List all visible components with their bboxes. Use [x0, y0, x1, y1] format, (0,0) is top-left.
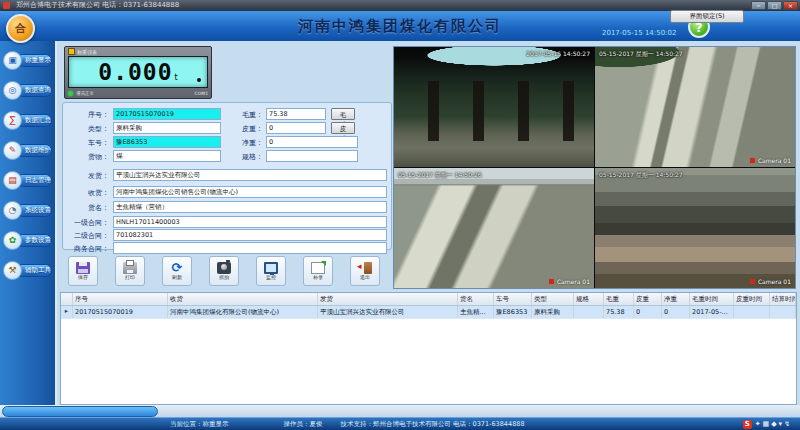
camera-view-4[interactable]: 05-15-2017 星期一 14:50:27 Camera 01 [595, 168, 795, 288]
snapshot-button[interactable]: 抓拍 [209, 256, 239, 286]
contract1-label: 一级合同： [65, 218, 109, 228]
sidebar-item-tools[interactable]: 辅助工具 [3, 260, 52, 281]
exit-door-icon [364, 262, 372, 274]
interface-lock-button[interactable]: 界面锁定(S) [670, 10, 744, 23]
sidebar-item-system-settings[interactable]: 系统设置 [3, 200, 52, 221]
col-settle-time[interactable]: 结算时间 [770, 293, 796, 305]
contract2-label: 二级合同： [65, 231, 109, 241]
spec-input[interactable] [266, 150, 358, 162]
gross-button[interactable]: 毛重 [331, 108, 355, 120]
app-icon [3, 2, 10, 9]
col-net[interactable]: 净重 [662, 293, 690, 305]
table-row[interactable]: ▸ 20170515070019 河南中鸿集团煤化有限公司(物流中心) 平顶山宝… [61, 306, 796, 319]
camera-timestamp: 2017-05-15 14:50:27 [526, 50, 590, 57]
calendar-icon [3, 171, 22, 190]
col-serial[interactable]: 序号 [73, 293, 168, 305]
clock-icon [3, 201, 22, 220]
indicator-status: 通讯正常 [76, 91, 94, 96]
spec-label: 规格： [219, 152, 263, 162]
goods-input[interactable] [113, 150, 221, 162]
minimize-button[interactable]: ─ [751, 1, 766, 10]
ime-icon[interactable]: S [743, 420, 752, 429]
net-input[interactable] [266, 136, 358, 148]
document-icon [311, 262, 325, 274]
tare-button[interactable]: 皮重 [331, 122, 355, 134]
col-tare-time[interactable]: 皮重时间 [734, 293, 770, 305]
shipper-label: 发货： [65, 171, 109, 181]
camera-view-2[interactable]: 05-15-2017 星期一 14:50:27 Camera 01 [595, 47, 795, 167]
camera-timestamp: 05-15-2017 星期一 14:50:27 [599, 50, 683, 59]
status-led-green [68, 91, 73, 96]
col-gross-time[interactable]: 毛重时间 [690, 293, 734, 305]
refresh-button[interactable]: 刷新 [162, 256, 192, 286]
gross-input[interactable] [266, 108, 326, 120]
save-button[interactable]: 保存 [68, 256, 98, 286]
col-spec[interactable]: 规格 [574, 293, 604, 305]
col-gross[interactable]: 毛重 [604, 293, 634, 305]
weight-value: 0.000 [98, 61, 172, 84]
indicator-port: COM1 [195, 91, 208, 96]
sidebar-item-data-query[interactable]: 数据查询 [3, 80, 52, 101]
col-truck[interactable]: 车号 [494, 293, 532, 305]
search-icon [3, 81, 22, 100]
table-header: 序号 收货 发货 货名 车号 类型 规格 毛重 皮重 净重 毛重时间 皮重时间 … [61, 293, 796, 306]
decimal-indicator [197, 78, 201, 82]
row-selector-header [61, 293, 73, 305]
camera-view-3[interactable]: 05-15-2017 星期一 14:50:26 Camera 01 [394, 168, 594, 288]
contract2-input[interactable] [113, 229, 387, 241]
weigh-form: 序号： 毛重： 毛重 类型： 皮重： 皮重 车号： 净重： 货物： 规格： 发货… [62, 102, 392, 250]
goods-label: 货物： [65, 152, 109, 162]
screen-icon [264, 262, 278, 274]
camera-icon [217, 262, 231, 274]
sidebar-item-weigh-display[interactable]: 称重显示 [3, 50, 52, 71]
status-bar: 当前位置：称重显示 操作员：夏俊 技术支持：郑州合博电子技术有限公司 电话：03… [0, 417, 800, 430]
print-button[interactable]: 打印 [115, 256, 145, 286]
app-logo-icon: 合 [6, 14, 35, 43]
weight-indicator: 称重仪表 0.000 t 通讯正常 COM1 [64, 46, 212, 99]
status-support: 技术支持：郑州合博电子技术有限公司 电话：0371-63844888 [341, 420, 525, 429]
supplement-button[interactable]: 补录 [303, 256, 333, 286]
sidebar-item-data-summary[interactable]: 数据汇总 [3, 110, 52, 131]
col-type[interactable]: 类型 [532, 293, 574, 305]
indicator-icon [68, 48, 75, 55]
status-operator: 操作员：夏俊 [284, 420, 323, 429]
truck-input[interactable] [113, 136, 221, 148]
maximize-button[interactable]: □ [767, 1, 782, 10]
sidebar-item-data-maintain[interactable]: 数据维护 [3, 140, 52, 161]
serial-label: 序号： [65, 110, 109, 120]
exit-button[interactable]: 退出 [350, 256, 380, 286]
close-button[interactable]: × [783, 1, 798, 10]
row-selector: ▸ [61, 306, 73, 318]
camera-label: Camera 01 [750, 278, 791, 285]
cargo-label: 货名： [65, 203, 109, 213]
toolbar: 保存 打印 刷新 抓拍 监控 补录 退出 [62, 253, 392, 289]
header-datetime: 2017-05-15 14:50:02 [602, 29, 692, 37]
tray-icons[interactable]: ✦▦◆▾↯ [755, 420, 792, 428]
sidebar-item-log-manage[interactable]: 日志管理 [3, 170, 52, 191]
indicator-title: 称重仪表 [77, 49, 97, 55]
col-tare[interactable]: 皮重 [634, 293, 662, 305]
type-input[interactable] [113, 122, 221, 134]
serial-input[interactable] [113, 108, 221, 120]
summary-icon [3, 111, 22, 130]
records-table: 序号 收货 发货 货名 车号 类型 规格 毛重 皮重 净重 毛重时间 皮重时间 … [60, 292, 797, 405]
col-cargo[interactable]: 货名 [458, 293, 494, 305]
cargo-input[interactable] [113, 201, 387, 213]
contract1-input[interactable] [113, 216, 387, 228]
shipper-input[interactable] [113, 169, 387, 181]
col-shipper[interactable]: 发货 [318, 293, 458, 305]
camera-timestamp: 05-15-2017 星期一 14:50:27 [599, 171, 683, 180]
monitor-button[interactable]: 监控 [256, 256, 286, 286]
sidebar-item-param-settings[interactable]: 参数设置 [3, 230, 52, 251]
gear-icon [3, 231, 22, 250]
printer-icon [123, 262, 137, 274]
floppy-icon [76, 262, 90, 274]
truck-label: 车号： [65, 138, 109, 148]
col-receiver[interactable]: 收货 [168, 293, 318, 305]
wrench-icon [3, 261, 22, 280]
receiver-input[interactable] [113, 186, 387, 198]
camera-label: Camera 01 [549, 278, 590, 285]
camera-view-1[interactable]: 2017-05-15 14:50:27 [394, 47, 594, 167]
tare-input[interactable] [266, 122, 326, 134]
language-bar[interactable]: S ✦▦◆▾↯ [743, 420, 792, 429]
